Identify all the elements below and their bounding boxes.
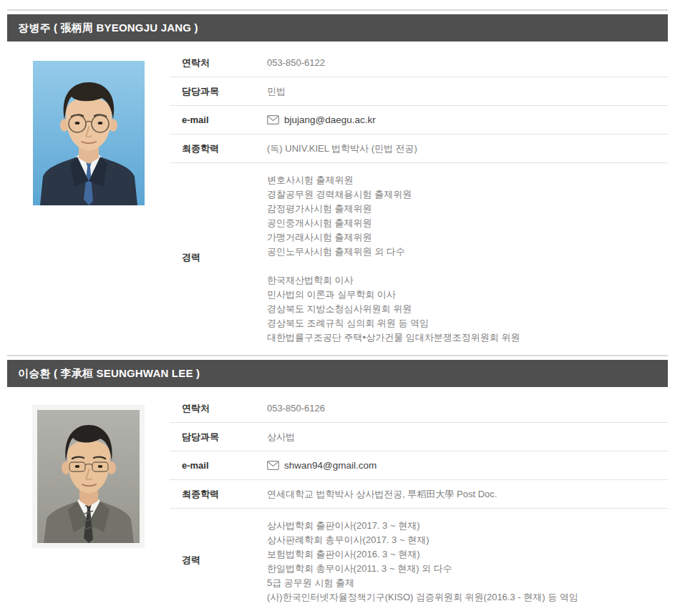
subjects-label: 담당과목 [170, 431, 267, 444]
row-career: 경력 상사법학회 출판이사(2017. 3 ~ 현재) 상사판례학회 총무이사(… [170, 509, 668, 612]
row-education: 최종학력 연세대학교 법학박사 상사법전공, 早稻田大學 Post Doc. [170, 480, 668, 509]
email-label: e-mail [170, 114, 267, 125]
email-value-cell: bjujang@daegu.ac.kr [267, 114, 668, 127]
row-career: 경력 변호사시험 출제위원 경찰공무원 경력채용시험 출제위원 감정평가사시험 … [170, 163, 668, 352]
contact-label: 연락처 [170, 402, 267, 415]
profile-header-bar: 장병주 ( 張柄周 BYEONGJU JANG ) [7, 14, 668, 41]
photo-column [7, 49, 170, 205]
faculty-profile-page: 장병주 ( 張柄周 BYEONGJU JANG ) [0, 9, 675, 616]
contact-value: 053-850-6126 [267, 402, 668, 415]
row-contact: 연락처 053-850-6126 [170, 394, 668, 423]
education-value: (독) UNIV.KIEL 법학박사 (민법 전공) [267, 142, 668, 155]
section-divider [7, 355, 668, 356]
row-email: e-mail bjujang@daegu.ac.kr [170, 106, 668, 135]
contact-value: 053-850-6122 [267, 57, 668, 69]
row-email: e-mail shwan94@gmail.com [170, 451, 668, 480]
career-value: 변호사시험 출제위원 경찰공무원 경력채용시험 출제위원 감정평가사시험 출제위… [267, 163, 668, 352]
profile-info-table: 연락처 053-850-6122 담당과목 민법 e-mail bjujang [170, 49, 668, 352]
email-label: e-mail [170, 460, 267, 471]
professor-name: 장병주 ( 張柄周 BYEONGJU JANG ) [18, 21, 198, 34]
profile-content: 연락처 053-850-6126 담당과목 상사법 e-mail shwan9 [7, 387, 668, 612]
email-value-cell: shwan94@gmail.com [267, 459, 668, 472]
subjects-value: 민법 [267, 85, 668, 98]
row-education: 최종학력 (독) UNIV.KIEL 법학박사 (민법 전공) [170, 135, 668, 163]
education-label: 최종학력 [170, 488, 267, 501]
profile-photo [33, 61, 145, 205]
career-label: 경력 [170, 554, 267, 567]
professor-name: 이승환 ( 李承桓 SEUNGHWAN LEE ) [18, 367, 200, 379]
envelope-icon [267, 115, 279, 124]
email-link[interactable]: bjujang@daegu.ac.kr [284, 114, 376, 127]
email-link[interactable]: shwan94@gmail.com [284, 459, 377, 472]
education-label: 최종학력 [170, 142, 267, 155]
row-subjects: 담당과목 민법 [170, 77, 668, 106]
profile-content: 연락처 053-850-6122 담당과목 민법 e-mail bjujang [7, 41, 668, 352]
profile-info-table: 연락처 053-850-6126 담당과목 상사법 e-mail shwan9 [170, 394, 668, 612]
envelope-icon [267, 461, 279, 470]
profile-header-bar: 이승환 ( 李承桓 SEUNGHWAN LEE ) [7, 360, 668, 387]
subjects-value: 상사법 [267, 431, 668, 444]
career-label: 경력 [170, 251, 267, 264]
profile-photo [32, 405, 145, 548]
row-contact: 연락처 053-850-6122 [170, 49, 668, 77]
subjects-label: 담당과목 [170, 85, 267, 98]
profile-section-1: 장병주 ( 張柄周 BYEONGJU JANG ) [7, 9, 668, 352]
contact-label: 연락처 [170, 57, 267, 69]
photo-column [7, 394, 170, 548]
section-divider [7, 9, 668, 11]
profile-section-2: 이승환 ( 李承桓 SEUNGHWAN LEE ) [7, 355, 668, 612]
row-subjects: 담당과목 상사법 [170, 423, 668, 451]
career-value: 상사법학회 출판이사(2017. 3 ~ 현재) 상사판례학회 총무이사(201… [267, 509, 668, 612]
education-value: 연세대학교 법학박사 상사법전공, 早稻田大學 Post Doc. [267, 488, 668, 501]
